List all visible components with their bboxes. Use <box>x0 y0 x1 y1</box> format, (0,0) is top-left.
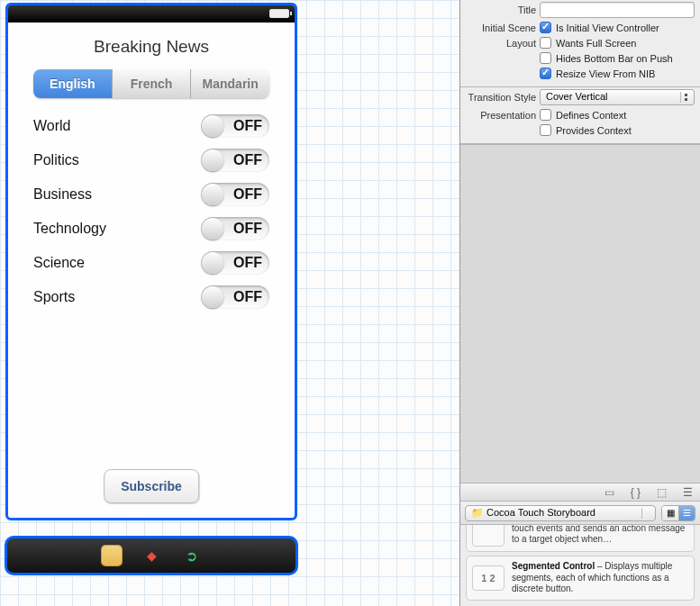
status-bar <box>8 5 295 23</box>
switch-business[interactable]: OFF <box>201 183 269 206</box>
transition-style-dropdown[interactable]: Cover Vertical <box>540 89 695 105</box>
media-library-icon[interactable]: ☰ <box>683 486 693 499</box>
initial-scene-label: Initial Scene <box>466 23 540 33</box>
switch-politics[interactable]: OFF <box>201 149 269 172</box>
library-view-toggle: ▦ ☰ <box>661 505 695 521</box>
defines-context-label: Defines Context <box>556 110 626 121</box>
library-item-text: touch events and sends an action message… <box>512 525 688 546</box>
resize-view-from-nib-label: Resize View From NIB <box>556 68 655 79</box>
object-library-icon[interactable]: ⬚ <box>657 486 667 499</box>
row-technology: Technology OFF <box>8 212 295 246</box>
library-item-button[interactable]: touch events and sends an action message… <box>466 525 695 552</box>
layout-label: Layout <box>466 38 540 49</box>
switch-world[interactable]: OFF <box>201 114 269 138</box>
object-library-list[interactable]: touch events and sends an action message… <box>460 525 700 606</box>
library-thumb-segmented: 1 2 <box>472 565 505 591</box>
exit-icon[interactable]: ➲ <box>181 546 201 565</box>
storyboard-canvas[interactable]: Breaking News English French Mandarin Wo… <box>0 0 459 606</box>
switch-technology[interactable]: OFF <box>201 217 269 240</box>
list-view-icon[interactable]: ☰ <box>678 506 695 520</box>
library-item-text: Segmented Control – Displays multiple se… <box>512 561 688 595</box>
phone-scene[interactable]: Breaking News English French Mandarin Wo… <box>5 3 297 520</box>
row-label: Politics <box>33 152 79 168</box>
provides-context-checkbox[interactable] <box>540 124 551 136</box>
battery-icon <box>269 9 289 18</box>
wants-full-screen-checkbox[interactable] <box>540 37 551 49</box>
transition-style-label: Transition Style <box>466 92 540 103</box>
row-politics: Politics OFF <box>8 143 295 177</box>
title-input[interactable] <box>540 2 695 18</box>
segment-mandarin[interactable]: Mandarin <box>191 69 269 98</box>
library-scope-popup[interactable]: 📁 Cocoa Touch Storyboard <box>465 505 656 521</box>
row-label: Science <box>33 255 85 271</box>
is-initial-view-controller-label: Is Initial View Controller <box>556 23 659 33</box>
first-responder-icon[interactable] <box>102 546 122 565</box>
hides-bottom-bar-label: Hides Bottom Bar on Push <box>556 53 673 64</box>
resize-view-from-nib-checkbox[interactable] <box>540 68 551 79</box>
library-thumb-button <box>472 525 505 547</box>
is-initial-view-controller-checkbox[interactable] <box>540 22 551 33</box>
library-selector-bar: ▭ { } ⬚ ☰ <box>460 484 700 502</box>
view-controller-icon[interactable]: ◆ <box>141 546 161 565</box>
hides-bottom-bar-checkbox[interactable] <box>540 52 551 64</box>
language-segmented-control[interactable]: English French Mandarin <box>33 69 269 98</box>
row-world: World OFF <box>8 109 295 143</box>
switch-science[interactable]: OFF <box>201 251 269 275</box>
row-label: Business <box>33 186 92 203</box>
code-snippet-library-icon[interactable]: { } <box>631 486 641 499</box>
screen-title-label: Breaking News <box>8 37 295 57</box>
file-template-library-icon[interactable]: ▭ <box>605 486 614 499</box>
row-label: Technology <box>33 221 106 237</box>
inspector-spacer <box>460 144 700 484</box>
scene-dock[interactable]: ◆ ➲ <box>5 536 298 575</box>
library-item-segmented-control[interactable]: 1 2 Segmented Control – Displays multipl… <box>466 556 695 601</box>
switch-sports[interactable]: OFF <box>201 285 269 309</box>
row-sports: Sports OFF <box>8 280 295 314</box>
provides-context-label: Provides Context <box>556 125 632 136</box>
defines-context-checkbox[interactable] <box>540 109 551 121</box>
wants-full-screen-label: Wants Full Screen <box>556 38 636 49</box>
row-business: Business OFF <box>8 177 295 212</box>
row-science: Science OFF <box>8 246 295 280</box>
library-toolbar: 📁 Cocoa Touch Storyboard ▦ ☰ <box>460 502 700 525</box>
subscribe-button[interactable]: Subscribe <box>104 469 199 503</box>
inspector-panel: Title Initial Scene Is Initial View Cont… <box>459 0 700 606</box>
row-label: Sports <box>33 289 75 305</box>
presentation-label: Presentation <box>466 110 540 121</box>
segment-french[interactable]: French <box>113 69 192 98</box>
segment-english[interactable]: English <box>33 69 113 98</box>
row-label: World <box>33 118 71 134</box>
grid-view-icon[interactable]: ▦ <box>662 506 678 520</box>
title-label: Title <box>466 5 540 15</box>
